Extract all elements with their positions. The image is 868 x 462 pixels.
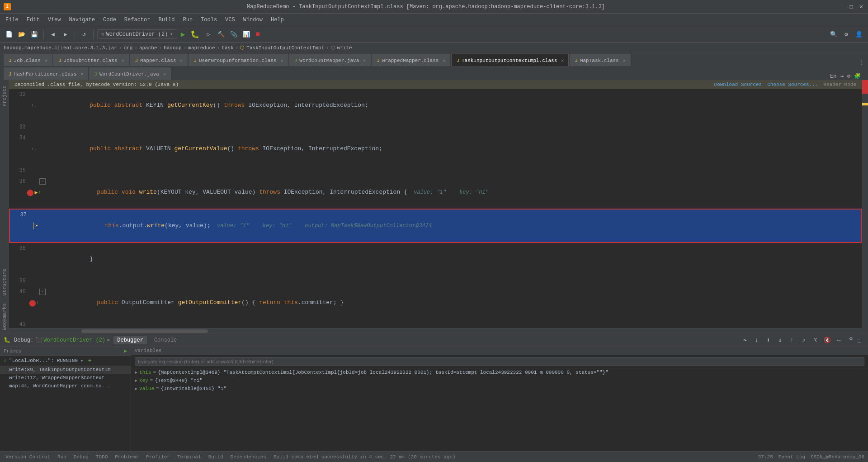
console-tab[interactable]: Console [151, 336, 180, 344]
menu-build[interactable]: Build [155, 16, 178, 24]
frame-item-1[interactable]: write:89, TaskInputOutputContextIm [0, 366, 131, 374]
tab-usergroupinfo-close[interactable]: ✕ [281, 58, 283, 63]
tab-usergroupinfo[interactable]: J UserGroupInformation.class ✕ [189, 54, 288, 66]
frame-filter-0[interactable]: ▾ [80, 358, 84, 364]
status-eventlog[interactable]: Event Log [778, 454, 805, 460]
menu-file[interactable]: File [2, 16, 22, 24]
save-btn[interactable]: 💾 [29, 29, 40, 40]
var-item-this[interactable]: ▶ this = {MapContextImpl@3469} "TaskAtte… [131, 368, 868, 376]
run-to-cursor-btn[interactable]: ↗ [799, 335, 809, 345]
frame-add-0[interactable]: + [88, 357, 91, 364]
project-tab[interactable]: Project [1, 82, 8, 110]
status-todo-btn[interactable]: TODO [94, 454, 109, 460]
status-run-btn[interactable]: Run [56, 454, 68, 460]
var-item-value[interactable]: ▶ value = {IntWritable@3450} "1" [131, 385, 868, 393]
breakpoint-36[interactable]: ⬤ [27, 189, 34, 196]
menu-tools[interactable]: Tools [197, 16, 221, 24]
status-terminal-btn[interactable]: Terminal [175, 454, 203, 460]
menu-navigate[interactable]: Navigate [65, 16, 99, 24]
build-btn[interactable]: 🔨 [216, 29, 226, 40]
status-debug-btn[interactable]: Debug [72, 454, 90, 460]
frame-item-running[interactable]: ✓ "LocalJobR...": RUNNING ▾ + [0, 356, 131, 366]
new-file-btn[interactable]: 📄 [4, 29, 14, 40]
tab-overflow-btn[interactable]: ⋮ [858, 58, 864, 66]
tab-jobsubmitter[interactable]: J JobSubmitter.class ✕ [53, 54, 129, 66]
step-out-btn[interactable]: ↑ [787, 335, 797, 345]
bc-apache[interactable]: apache [139, 45, 157, 51]
tab-maptask[interactable]: J MapTask.class ✕ [570, 54, 630, 66]
breakpoint-40[interactable]: ⬤ [29, 299, 36, 307]
tab-job[interactable]: J Job.class ✕ [4, 54, 52, 66]
bc-jar[interactable]: hadoop-mapreduce-client-core-3.1.3.jar [4, 45, 117, 51]
menu-vcs[interactable]: VCS [222, 16, 239, 24]
debugger-tab[interactable]: Debugger [113, 336, 147, 344]
tab-wrappedmapper[interactable]: J WrappedMapper.class ✕ [372, 54, 450, 66]
coverage-btn[interactable]: ▷ [203, 29, 214, 40]
close-btn[interactable]: ✕ [858, 4, 864, 10]
bc-org[interactable]: org [123, 45, 132, 51]
reader-mode-link[interactable]: Reader Mode [823, 82, 856, 87]
minimize-btn[interactable]: — [838, 4, 844, 10]
bc-hadoop[interactable]: hadoop [164, 45, 182, 51]
status-vcs-btn[interactable]: Version Control [4, 454, 52, 460]
step-over-btn[interactable]: ↷ [740, 335, 750, 345]
stop-button[interactable]: ■ [254, 30, 262, 38]
bookmarks-tab[interactable]: Bookmarks [1, 300, 8, 333]
forward-btn[interactable]: ▶ [60, 29, 71, 40]
choose-sources-link[interactable]: Choose Sources... [767, 82, 818, 87]
menu-run[interactable]: Run [179, 16, 196, 24]
h-scrollbar[interactable] [9, 328, 862, 333]
tab-wordcountdriver-close[interactable]: ✕ [163, 71, 166, 77]
download-sources-link[interactable]: Download Sources [714, 82, 762, 87]
var-item-key[interactable]: ▶ key = {Text@3449} "ni" [131, 376, 868, 385]
status-dependencies-btn[interactable]: Dependencies [229, 454, 268, 460]
maximize-btn[interactable]: ❐ [848, 4, 854, 10]
run-button[interactable]: ▶ [179, 30, 187, 39]
tab-job-close[interactable]: ✕ [45, 58, 47, 63]
resume-btn[interactable]: ▶ [124, 348, 127, 354]
frame-item-2[interactable]: write:112, WrappedMapper$Context [0, 374, 131, 382]
tab-wordcountmapper-close[interactable]: ✕ [363, 58, 366, 63]
tab-maptask-close[interactable]: ✕ [623, 58, 626, 63]
tab-jobsubmitter-close[interactable]: ✕ [122, 58, 124, 63]
fold-40[interactable]: + [39, 289, 46, 295]
h-scrollbar-thumb[interactable] [81, 329, 208, 333]
code-editor[interactable]: 32 ↑ ↓ public abstract KEYIN getCurrentK… [9, 89, 862, 328]
structure-tab[interactable]: Structure [1, 265, 8, 299]
back-btn[interactable]: ◀ [47, 29, 58, 40]
settings-btn[interactable]: ⚙ [841, 29, 852, 40]
tab-wordcountmapper[interactable]: J WordCountMapper.java ✕ [289, 54, 371, 66]
status-build-btn[interactable]: Build [207, 454, 225, 460]
debug-button[interactable]: 🐛 [189, 30, 201, 39]
debug-session-close[interactable]: ✕ [107, 337, 110, 343]
debug-settings[interactable]: ⚙ [849, 335, 853, 345]
bc-task[interactable]: task [222, 45, 233, 51]
indent-btn[interactable]: ⇥ [840, 73, 844, 80]
tab-hashpartitioner[interactable]: J HashPartitioner.class ✕ [4, 67, 88, 80]
evaluate-input[interactable] [135, 357, 864, 366]
var-expand-this[interactable]: ▶ [135, 370, 137, 375]
profile-btn[interactable]: 📊 [241, 29, 252, 40]
var-expand-key[interactable]: ▶ [135, 378, 137, 383]
evaluate-btn[interactable]: ⌥ [811, 335, 821, 345]
menu-help[interactable]: Help [267, 16, 288, 24]
mute-btn[interactable]: 🔇 [822, 335, 832, 345]
tab-wrappedmapper-close[interactable]: ✕ [443, 58, 445, 63]
run-config-dropdown[interactable]: ⚙ WordCountDriver (2) ▾ [97, 29, 177, 39]
menu-edit[interactable]: Edit [23, 16, 43, 24]
attach-btn[interactable]: 📎 [228, 29, 239, 40]
force-step-into-btn[interactable]: ⇓ [775, 335, 785, 345]
tab-mapper-close[interactable]: ✕ [180, 58, 183, 63]
menu-view[interactable]: View [44, 16, 65, 24]
menu-code[interactable]: Code [99, 16, 120, 24]
undo-btn[interactable]: ↺ [79, 29, 90, 40]
settings-gear[interactable]: ⚙ [847, 73, 850, 80]
var-expand-value[interactable]: ▶ [135, 386, 137, 391]
menu-refactor[interactable]: Refactor [121, 16, 154, 24]
open-btn[interactable]: 📂 [16, 29, 27, 40]
bc-method[interactable]: write [337, 45, 352, 51]
maximize-debug-btn[interactable]: ⬚ [854, 335, 864, 345]
tab-mapper[interactable]: J Mapper.class ✕ [130, 54, 188, 66]
status-profiler-btn[interactable]: Profiler [144, 454, 172, 460]
plugins-icon[interactable]: 🧩 [854, 73, 861, 80]
